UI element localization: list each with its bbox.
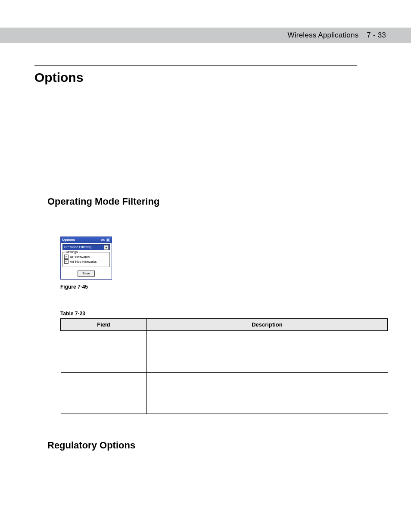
dialog-title: Options bbox=[62, 237, 75, 243]
dropdown-value: OP Mode Filtering bbox=[64, 245, 91, 250]
section-rule bbox=[34, 65, 357, 66]
dialog-body: OP Mode Filtering ▼ Settings ✓ AP Networ… bbox=[61, 243, 112, 279]
chapter-name: Wireless Applications bbox=[288, 31, 359, 39]
cell-field-2 bbox=[61, 372, 147, 414]
page-content: Options Operating Mode Filtering Options… bbox=[34, 65, 386, 451]
cell-desc-2 bbox=[147, 372, 388, 414]
close-icon[interactable]: X bbox=[106, 238, 110, 243]
subsection-title-regulatory: Regulatory Options bbox=[47, 440, 386, 451]
embedded-screenshot: Options ok X OP Mode Filtering ▼ Setting… bbox=[60, 236, 386, 280]
section-title: Options bbox=[34, 70, 386, 85]
save-button[interactable]: Save bbox=[78, 271, 95, 277]
subsection-op-mode: Operating Mode Filtering Options ok X OP… bbox=[34, 196, 386, 414]
adhoc-networks-label: Ad-Hoc Networks bbox=[70, 260, 97, 264]
settings-group-label: Settings bbox=[65, 250, 79, 254]
th-description: Description bbox=[147, 319, 388, 331]
save-button-label: Save bbox=[82, 271, 90, 275]
ap-networks-label: AP Networks bbox=[70, 255, 90, 259]
fields-table: Field Description bbox=[60, 318, 388, 414]
subsection-regulatory: Regulatory Options bbox=[34, 440, 386, 451]
adhoc-networks-checkbox[interactable]: ✓ bbox=[64, 259, 68, 264]
table-row bbox=[61, 372, 388, 414]
table-caption: Table 7-23 bbox=[60, 311, 386, 317]
page-header-band: Wireless Applications 7 - 33 bbox=[0, 28, 411, 43]
settings-group: Settings ✓ AP Networks ✓ Ad-Hoc Networks bbox=[62, 252, 110, 267]
ap-networks-row: ✓ AP Networks bbox=[64, 255, 108, 259]
cell-field-1 bbox=[61, 331, 147, 372]
cell-desc-1 bbox=[147, 331, 388, 372]
chevron-down-icon: ▼ bbox=[104, 245, 109, 250]
page-number: 7 - 33 bbox=[367, 31, 386, 39]
table-row bbox=[61, 331, 388, 372]
figure-caption: Figure 7-45 bbox=[60, 284, 386, 290]
th-field: Field bbox=[61, 319, 147, 331]
dialog-titlebar: Options ok X bbox=[61, 237, 112, 243]
subsection-title-op-mode: Operating Mode Filtering bbox=[47, 196, 386, 207]
options-dialog: Options ok X OP Mode Filtering ▼ Setting… bbox=[60, 236, 112, 280]
ap-networks-checkbox[interactable]: ✓ bbox=[64, 255, 68, 259]
page-header-text: Wireless Applications 7 - 33 bbox=[288, 31, 386, 40]
table-header-row: Field Description bbox=[61, 319, 388, 331]
mode-dropdown[interactable]: OP Mode Filtering ▼ bbox=[62, 244, 110, 250]
adhoc-networks-row: ✓ Ad-Hoc Networks bbox=[64, 259, 108, 264]
ok-button[interactable]: ok bbox=[101, 237, 105, 243]
